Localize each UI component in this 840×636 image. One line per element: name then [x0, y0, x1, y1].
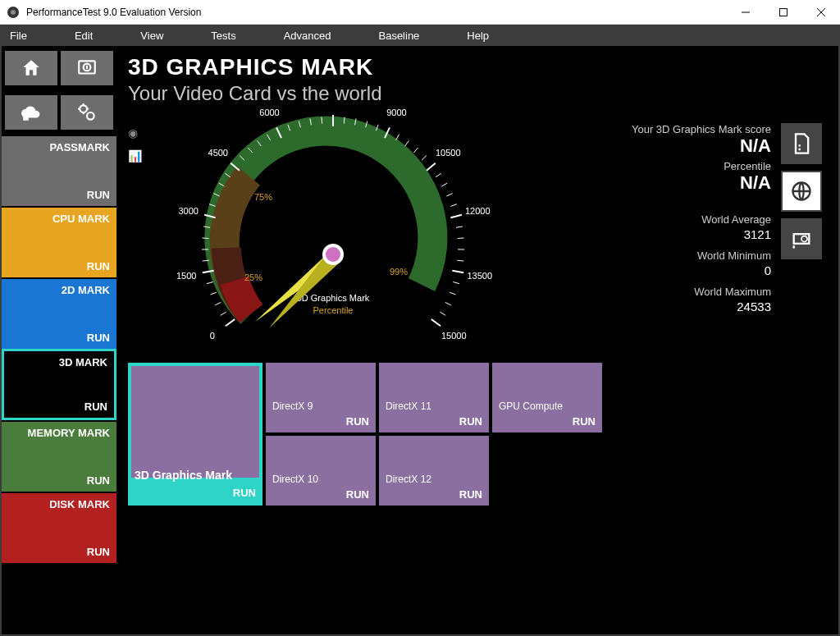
svg-line-16 [226, 319, 235, 326]
menu-baseline[interactable]: Baseline [372, 25, 436, 46]
cloud-icon [21, 102, 42, 123]
close-button[interactable] [802, 0, 840, 25]
sidebar: PASSMARK RUNCPU MARK RUN2D MARK RUN3D MA… [2, 46, 116, 634]
document-icon [790, 132, 813, 155]
stat-gpu-button[interactable] [781, 218, 822, 259]
svg-rect-9 [23, 115, 29, 121]
sidebar-tile-title: CPU MARK [8, 213, 110, 225]
gpu-icon [790, 227, 813, 250]
svg-line-60 [457, 260, 463, 261]
tile-directx-12[interactable]: DirectX 12 RUN [379, 436, 489, 506]
small-tile-run: RUN [272, 488, 369, 501]
cloud-button[interactable] [5, 95, 57, 130]
percentile-label: Percentile [505, 160, 771, 172]
gauge-needle [255, 244, 344, 328]
menu-tests[interactable]: Tests [204, 25, 252, 46]
maximize-button[interactable] [765, 0, 802, 25]
app-icon [7, 6, 20, 19]
big-tile-label: 3D Graphics Mark [135, 469, 256, 482]
gauge-tick-label: 15000 [441, 331, 467, 341]
info-icon [76, 57, 98, 79]
tile-directx-11[interactable]: DirectX 11 RUN [379, 363, 489, 432]
menu-edit[interactable]: Edit [68, 25, 109, 46]
small-tile-label: DirectX 10 [272, 474, 369, 485]
tile-directx-10[interactable]: DirectX 10 RUN [266, 436, 376, 506]
sidebar-tile-passmark[interactable]: PASSMARK RUN [2, 135, 116, 206]
tile-3d-graphics-mark[interactable]: 3D Graphics Mark RUN [128, 363, 262, 506]
svg-line-47 [396, 135, 399, 140]
svg-line-50 [422, 156, 427, 161]
home-button[interactable] [5, 51, 57, 85]
min-value: 0 [505, 263, 771, 277]
sidebar-tile-run: RUN [8, 546, 110, 558]
stat-globe-button[interactable] [781, 171, 822, 212]
chart-mode-icon[interactable]: 📊 [128, 149, 143, 164]
sidebar-tile-disk-mark[interactable]: DISK MARK RUN [2, 492, 116, 563]
menu-advanced[interactable]: Advanced [277, 25, 348, 46]
percentile-value: N/A [505, 172, 771, 194]
svg-point-73 [801, 236, 807, 242]
svg-line-24 [202, 238, 208, 239]
sidebar-tile-cpu-mark[interactable]: CPU MARK RUN [2, 206, 116, 277]
gauge-tick-label: 4500 [208, 148, 228, 158]
min-label: World Minimum [505, 249, 771, 262]
sidebar-tile-title: PASSMARK [8, 141, 110, 153]
sidebar-tile-title: MEMORY MARK [8, 427, 110, 439]
small-tile-label: DirectX 9 [272, 400, 369, 412]
svg-point-11 [87, 112, 94, 120]
system-info-button[interactable] [61, 51, 113, 85]
small-tile-label: DirectX 12 [386, 474, 482, 485]
svg-line-48 [405, 140, 409, 146]
menubar: File Edit View Tests Advanced Baseline H… [0, 25, 840, 46]
sidebar-tile-title: DISK MARK [8, 498, 110, 510]
gauge-p25: 25% [244, 272, 262, 282]
avg-value: 3121 [505, 227, 771, 241]
small-tile-run: RUN [386, 415, 482, 428]
svg-point-70 [326, 247, 340, 262]
gauge-tick-label: 10500 [436, 148, 461, 158]
svg-line-56 [450, 215, 462, 217]
menu-help[interactable]: Help [460, 25, 505, 46]
svg-line-40 [322, 117, 322, 124]
sidebar-tile-title: 3D MARK [11, 356, 107, 368]
small-tile-label: GPU Compute [499, 400, 596, 412]
gauge-tick-label: 1500 [176, 271, 196, 281]
svg-line-18 [215, 302, 221, 304]
menu-view[interactable]: View [134, 25, 180, 46]
menu-file[interactable]: File [3, 25, 43, 46]
svg-line-57 [456, 226, 463, 227]
window-title: PerformanceTest 9.0 Evaluation Version [26, 7, 727, 18]
sidebar-tile-run: RUN [8, 189, 110, 201]
svg-line-53 [441, 183, 447, 186]
score-label: Your 3D Graphics Mark score [505, 123, 771, 135]
small-tile-run: RUN [499, 415, 596, 428]
svg-line-61 [452, 271, 463, 273]
sidebar-tile-run: RUN [8, 260, 110, 272]
page-subtitle: Your Video Card vs the world [128, 82, 827, 105]
minimize-button[interactable] [727, 0, 765, 25]
tile-gpu-compute[interactable]: GPU Compute RUN [492, 363, 602, 432]
main-area: 3D GRAPHICS MARK Your Video Card vs the … [116, 46, 838, 634]
svg-line-58 [458, 238, 464, 239]
sidebar-tile-3d-mark[interactable]: 3D MARK RUN [2, 349, 116, 420]
tile-directx-9[interactable]: DirectX 9 RUN [266, 363, 376, 432]
stat-document-button[interactable] [781, 123, 822, 164]
settings-button[interactable] [61, 95, 113, 130]
gauge-subtitle: Percentile [313, 305, 354, 315]
sidebar-tile-2d-mark[interactable]: 2D MARK RUN [2, 277, 116, 349]
small-tile-run: RUN [272, 415, 369, 428]
svg-line-19 [211, 292, 217, 295]
sidebar-tile-title: 2D MARK [8, 284, 110, 296]
gauge-tick-label: 0 [210, 331, 215, 341]
gauge-p99: 99% [390, 267, 408, 277]
avg-label: World Average [505, 213, 771, 226]
sidebar-tile-memory-mark[interactable]: MEMORY MARK RUN [2, 420, 116, 492]
gauge-mode-icon[interactable]: ◉ [128, 126, 143, 141]
max-value: 24533 [505, 300, 771, 313]
gauge-tick-label: 6000 [259, 108, 279, 117]
svg-point-1 [11, 10, 16, 15]
big-tile-run: RUN [135, 487, 256, 499]
gauge-tick-label: 9000 [386, 108, 406, 117]
titlebar: PerformanceTest 9.0 Evaluation Version [0, 0, 840, 25]
gauge-tick-label: 12000 [465, 206, 491, 216]
